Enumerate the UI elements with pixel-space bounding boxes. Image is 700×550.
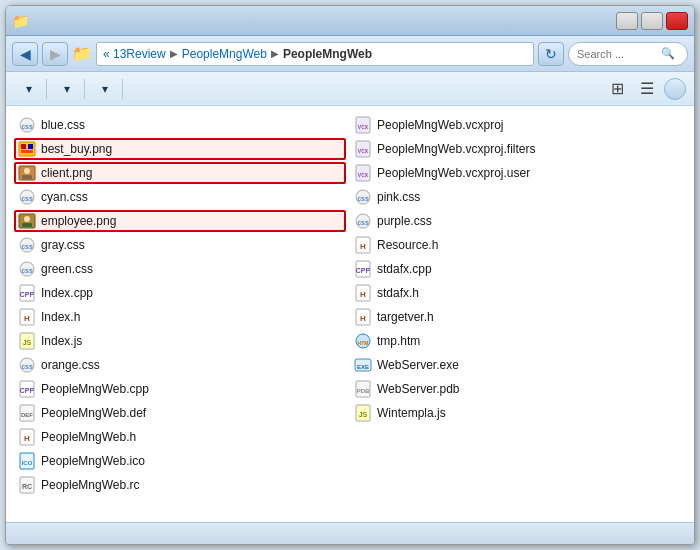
file-name-label: Index.js — [41, 334, 82, 348]
svg-point-7 — [24, 168, 30, 174]
vcxproj-icon: VCX — [354, 164, 372, 182]
list-item[interactable]: cssblue.css — [14, 114, 346, 136]
svg-text:H: H — [24, 434, 30, 443]
file-name-label: PeopleMngWeb.vcxproj.filters — [377, 142, 536, 156]
list-item[interactable]: cssgreen.css — [14, 258, 346, 280]
svg-text:DEF: DEF — [21, 412, 33, 418]
list-item[interactable]: JSIndex.js — [14, 330, 346, 352]
list-item[interactable]: CPPPeopleMngWeb.cpp — [14, 378, 346, 400]
breadcrumb-peoplemngweb1[interactable]: PeopleMngWeb — [182, 47, 267, 61]
file-name-label: WebServer.pdb — [377, 382, 460, 396]
close-button[interactable] — [666, 12, 688, 30]
search-input[interactable] — [577, 48, 657, 60]
list-item[interactable]: csspink.css — [350, 186, 682, 208]
burn-button[interactable] — [128, 76, 146, 102]
organize-button[interactable]: ▾ — [14, 76, 41, 102]
file-name-label: PeopleMngWeb.vcxproj — [377, 118, 504, 132]
list-item[interactable]: best_buy.png — [14, 138, 346, 160]
view-tiles-button[interactable]: ⊞ — [604, 76, 630, 102]
svg-text:ICO: ICO — [22, 460, 33, 466]
include-library-button[interactable]: ▾ — [52, 76, 79, 102]
css-icon: css — [354, 188, 372, 206]
list-item[interactable]: CPPIndex.cpp — [14, 282, 346, 304]
file-name-label: employee.png — [41, 214, 116, 228]
list-item[interactable]: DEFPeopleMngWeb.def — [14, 402, 346, 424]
breadcrumb-current: PeopleMngWeb — [283, 47, 372, 61]
htm-icon: HTM — [354, 332, 372, 350]
list-item[interactable]: Htargetver.h — [350, 306, 682, 328]
svg-text:CPP: CPP — [20, 387, 35, 394]
search-bar[interactable]: 🔍 — [568, 42, 688, 66]
css-icon: css — [18, 356, 36, 374]
list-item[interactable]: RCPeopleMngWeb.rc — [14, 474, 346, 496]
list-item[interactable]: HIndex.h — [14, 306, 346, 328]
cpp-icon: CPP — [18, 284, 36, 302]
breadcrumb-13review[interactable]: « 13Review — [103, 47, 166, 61]
svg-text:JS: JS — [23, 339, 32, 346]
file-name-label: Index.cpp — [41, 286, 93, 300]
right-file-column: VCXPeopleMngWeb.vcxprojVCXPeopleMngWeb.v… — [350, 114, 686, 514]
list-item[interactable]: HTMtmp.htm — [350, 330, 682, 352]
css-icon: css — [354, 212, 372, 230]
file-name-label: PeopleMngWeb.rc — [41, 478, 140, 492]
toolbar-sep-2 — [84, 79, 85, 99]
toolbar-sep-3 — [122, 79, 123, 99]
list-item[interactable]: PDBWebServer.pdb — [350, 378, 682, 400]
png-employee-icon — [18, 212, 36, 230]
breadcrumb-bar: « 13Review ▶ PeopleMngWeb ▶ PeopleMngWeb — [96, 42, 534, 66]
svg-rect-8 — [22, 175, 32, 179]
list-item[interactable]: employee.png — [14, 210, 346, 232]
list-item[interactable]: client.png — [14, 162, 346, 184]
toolbar-right: ⊞ ☰ — [604, 76, 686, 102]
list-item[interactable]: cssorange.css — [14, 354, 346, 376]
file-name-label: PeopleMngWeb.def — [41, 406, 146, 420]
h-icon: H — [354, 236, 372, 254]
list-item[interactable]: ICOPeopleMngWeb.ico — [14, 450, 346, 472]
file-name-label: stdafx.h — [377, 286, 419, 300]
file-name-label: Resource.h — [377, 238, 438, 252]
file-name-label: blue.css — [41, 118, 85, 132]
file-name-label: tmp.htm — [377, 334, 420, 348]
maximize-button[interactable] — [641, 12, 663, 30]
forward-button[interactable]: ▶ — [42, 42, 68, 66]
css-icon: css — [18, 188, 36, 206]
svg-text:CPP: CPP — [356, 267, 371, 274]
list-item[interactable]: JSWintempla.js — [350, 402, 682, 424]
svg-text:H: H — [24, 314, 30, 323]
list-item[interactable]: HResource.h — [350, 234, 682, 256]
include-library-chevron: ▾ — [64, 82, 70, 96]
back-button[interactable]: ◀ — [12, 42, 38, 66]
list-item[interactable]: VCXPeopleMngWeb.vcxproj — [350, 114, 682, 136]
share-with-button[interactable]: ▾ — [90, 76, 117, 102]
list-item[interactable]: EXEWebServer.exe — [350, 354, 682, 376]
explorer-window: 📁 ◀ ▶ 📁 « 13Review ▶ PeopleMngWeb ▶ Peop… — [5, 5, 695, 545]
svg-text:VCX: VCX — [358, 172, 369, 178]
css-icon: css — [18, 236, 36, 254]
more-button[interactable] — [148, 76, 166, 102]
list-item[interactable]: Hstdafx.h — [350, 282, 682, 304]
js-icon: JS — [354, 404, 372, 422]
list-item[interactable]: VCXPeopleMngWeb.vcxproj.user — [350, 162, 682, 184]
list-item[interactable]: HPeopleMngWeb.h — [14, 426, 346, 448]
css-icon: css — [18, 116, 36, 134]
list-item[interactable]: CPPstdafx.cpp — [350, 258, 682, 280]
js-icon: JS — [18, 332, 36, 350]
minimize-button[interactable] — [616, 12, 638, 30]
file-name-label: cyan.css — [41, 190, 88, 204]
help-button[interactable] — [664, 78, 686, 100]
svg-text:css: css — [357, 219, 369, 226]
svg-text:HTM: HTM — [358, 340, 369, 346]
file-name-label: Wintempla.js — [377, 406, 446, 420]
list-item[interactable]: csscyan.css — [14, 186, 346, 208]
list-item[interactable]: VCXPeopleMngWeb.vcxproj.filters — [350, 138, 682, 160]
cpp-icon: CPP — [18, 380, 36, 398]
list-item[interactable]: cssgray.css — [14, 234, 346, 256]
share-with-chevron: ▾ — [102, 82, 108, 96]
pdb-icon: PDB — [354, 380, 372, 398]
view-list-button[interactable]: ☰ — [634, 76, 660, 102]
refresh-button[interactable]: ↻ — [538, 42, 564, 66]
file-name-label: client.png — [41, 166, 92, 180]
address-bar: ◀ ▶ 📁 « 13Review ▶ PeopleMngWeb ▶ People… — [6, 36, 694, 72]
title-controls — [616, 12, 688, 30]
list-item[interactable]: csspurple.css — [350, 210, 682, 232]
